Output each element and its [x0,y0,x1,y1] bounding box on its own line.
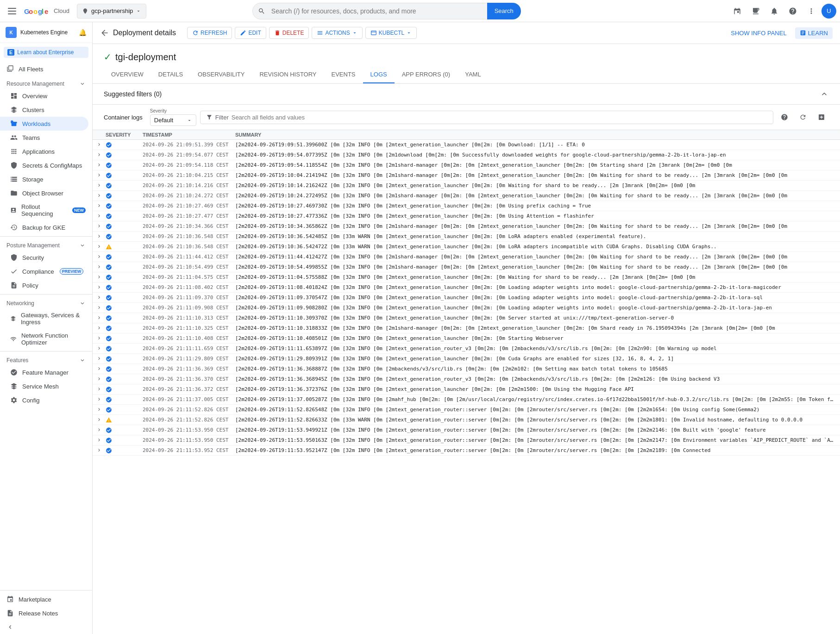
row-expand[interactable] [96,304,106,312]
row-expand[interactable] [96,273,106,281]
log-row[interactable]: 2024-09-26 21:11:53.950 CEST [2m2024-09-… [93,435,840,446]
log-row[interactable]: 2024-09-26 21:11:10.313 CEST [2m2024-09-… [93,313,840,323]
sidebar-item-service-mesh[interactable]: Service Mesh [0,379,92,393]
severity-dropdown[interactable]: Default [150,114,196,126]
log-row[interactable]: 2024-09-26 21:11:52.826 CEST [2m2024-09-… [93,415,840,425]
log-row[interactable]: 2024-09-26 21:11:52.826 CEST [2m2024-09-… [93,405,840,415]
log-row[interactable]: 2024-09-26 21:10:54.499 CEST [2m2024-09-… [93,262,840,272]
row-expand[interactable] [96,365,106,373]
search-button[interactable]: Search [487,3,521,19]
sidebar-item-storage[interactable]: Storage [0,172,92,186]
row-expand[interactable] [96,151,106,159]
tab-yaml[interactable]: YAML [458,66,488,83]
row-expand[interactable] [96,314,106,322]
row-expand[interactable] [96,263,106,271]
back-button[interactable] [100,28,109,38]
log-row[interactable]: 2024-09-26 21:11:10.325 CEST [2m2024-09-… [93,323,840,333]
actions-button[interactable]: ACTIONS [312,27,362,39]
row-expand[interactable] [96,375,106,383]
sidebar-item-applications[interactable]: Applications [0,144,92,158]
menu-icon[interactable] [4,3,20,19]
sidebar-item-compliance[interactable]: Compliance PREVIEW [0,264,92,278]
tab-events[interactable]: EVENTS [324,66,363,83]
refresh-button[interactable]: REFRESH [187,27,232,39]
features-header[interactable]: Features [0,353,92,365]
log-row[interactable]: 2024-09-26 21:11:09.908 CEST [2m2024-09-… [93,303,840,313]
log-row[interactable]: 2024-09-26 21:09:54.077 CEST [2m2024-09-… [93,150,840,160]
filter-icon-help[interactable] [777,110,792,125]
row-expand[interactable] [96,406,106,414]
log-row[interactable]: 2024-09-26 21:11:44.412 CEST [2m2024-09-… [93,252,840,262]
log-row[interactable]: 2024-09-26 21:10:14.216 CEST [2m2024-09-… [93,181,840,191]
sidebar-collapse-btn[interactable] [0,620,92,634]
log-row[interactable]: 2024-09-26 21:11:11.659 CEST [2m2024-09-… [93,344,840,354]
filter-search-input[interactable] [232,114,767,121]
log-row[interactable]: 2024-09-26 21:11:09.370 CEST [2m2024-09-… [93,293,840,303]
tab-app-errors[interactable]: APP ERRORS (0) [395,66,458,83]
sidebar-item-gateways[interactable]: Gateways, Services & Ingress [0,308,92,329]
tab-details[interactable]: DETAILS [151,66,190,83]
sidebar-item-policy[interactable]: Policy [0,278,92,292]
row-expand[interactable] [96,141,106,149]
sidebar-item-feature-manager[interactable]: Feature Manager [0,365,92,379]
sidebar-item-teams[interactable]: Teams [0,131,92,144]
row-expand[interactable] [96,202,106,210]
sidebar-item-clusters[interactable]: Clusters [0,103,92,117]
row-expand[interactable] [96,182,106,189]
help-icon[interactable] [784,3,801,19]
monitor-icon[interactable] [747,3,764,19]
log-row[interactable]: 2024-09-26 21:11:36.370 CEST [2m2024-09-… [93,374,840,384]
project-selector[interactable]: gcp-partnership [77,4,146,19]
log-row[interactable]: 2024-09-26 21:10:36.548 CEST [2m2024-09-… [93,232,840,242]
log-row[interactable]: 2024-09-26 21:11:36.372 CEST [2m2024-09-… [93,384,840,395]
row-expand[interactable] [96,212,106,220]
row-expand[interactable] [96,334,106,342]
resource-management-header[interactable]: Resource Management [0,77,92,89]
log-row[interactable]: 2024-09-26 21:10:04.215 CEST [2m2024-09-… [93,170,840,181]
log-row[interactable]: 2024-09-26 21:11:37.005 CEST [2m2024-09-… [93,395,840,405]
row-expand[interactable] [96,222,106,230]
sidebar-item-network-fn[interactable]: Network Function Optimizer [0,329,92,349]
row-expand[interactable] [96,436,106,444]
row-expand[interactable] [96,283,106,291]
row-expand[interactable] [96,192,106,200]
show-info-panel-button[interactable]: SHOW INFO PANEL [726,27,791,39]
more-icon[interactable] [803,3,820,19]
row-expand[interactable] [96,395,106,403]
row-expand[interactable] [96,324,106,332]
tab-observability[interactable]: OBSERVABILITY [190,66,252,83]
row-expand[interactable] [96,355,106,363]
edit-button[interactable]: EDIT [235,27,266,39]
row-expand[interactable] [96,385,106,393]
row-expand[interactable] [96,232,106,240]
delete-button[interactable]: DELETE [269,27,309,39]
sidebar-item-backup[interactable]: Backup for GKE [0,220,92,234]
enterprise-banner[interactable]: E Learn about Enterprise [4,47,88,58]
log-row[interactable]: 2024-09-26 21:11:04.575 CEST [2m2024-09-… [93,272,840,282]
sidebar-item-marketplace[interactable]: Marketplace [0,592,92,606]
log-row[interactable]: 2024-09-26 21:09:51.399 CEST [2m2024-09-… [93,140,840,150]
row-expand[interactable] [96,243,106,251]
row-expand[interactable] [96,253,106,261]
sidebar-item-release-notes[interactable]: Release Notes [0,606,92,620]
networking-header[interactable]: Networking [0,296,92,308]
search-input[interactable] [252,3,488,19]
row-expand[interactable] [96,171,106,179]
sidebar-item-rollout[interactable]: Rollout Sequencing NEW [0,200,92,220]
tab-overview[interactable]: OVERVIEW [104,66,151,83]
pin-icon[interactable] [729,3,746,19]
log-row[interactable]: 2024-09-26 21:10:36.548 CEST [2m2024-09-… [93,242,840,252]
log-row[interactable]: 2024-09-26 21:11:10.408 CEST [2m2024-09-… [93,333,840,344]
sidebar-item-security[interactable]: Security [0,251,92,264]
tab-logs[interactable]: LOGS [363,66,395,83]
row-expand[interactable] [96,294,106,301]
sidebar-item-secrets[interactable]: Secrets & ConfigMaps [0,158,92,172]
log-row[interactable]: 2024-09-26 21:11:29.809 CEST [2m2024-09-… [93,354,840,364]
sidebar-item-all-fleets[interactable]: All Fleets [0,62,92,77]
log-row[interactable]: 2024-09-26 21:10:27.477 CEST [2m2024-09-… [93,211,840,221]
log-row[interactable]: 2024-09-26 21:11:53.952 CEST [2m2024-09-… [93,446,840,456]
sidebar-item-config[interactable]: Config [0,393,92,407]
sidebar-bell[interactable]: 🔔 [79,29,87,36]
learn-button[interactable]: LEARN [795,27,833,39]
avatar[interactable]: U [821,4,836,19]
